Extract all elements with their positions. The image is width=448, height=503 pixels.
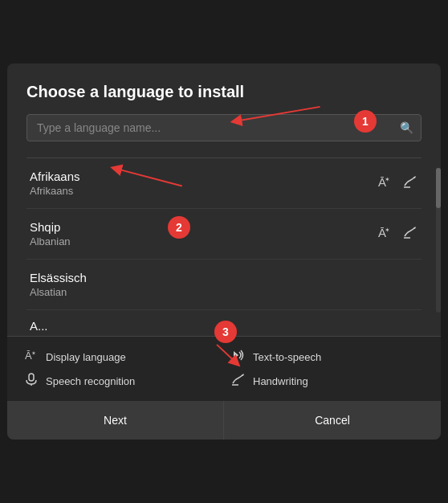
language-name: Afrikaans <box>30 170 80 183</box>
annotation-circle-2: 2 <box>168 216 190 239</box>
display-language-icon: Ā ✶ <box>23 348 39 366</box>
svg-rect-12 <box>29 374 34 381</box>
scrollbar-track[interactable] <box>436 168 441 313</box>
feature-speech-recognition-label: Speech recognition <box>46 375 135 387</box>
cancel-button[interactable]: Cancel <box>224 401 441 440</box>
speech-recognition-icon <box>23 372 39 390</box>
scrollbar-thumb[interactable] <box>436 168 441 208</box>
feature-text-to-speech-label: Text-to-speech <box>253 351 321 363</box>
language-list: Afrikaans Afrikaans Ā ✶ <box>26 157 422 336</box>
display-lang-icon: Ā ✶ <box>377 224 393 244</box>
annotation-circle-1: 1 <box>354 110 377 133</box>
language-name: Elsässisch <box>30 271 87 284</box>
language-subname: Alsatian <box>30 286 87 298</box>
feature-display-language-label: Display language <box>46 351 126 363</box>
feature-text-to-speech: Text-to-speech <box>230 348 425 366</box>
features-section: Ā ✶ Display language Text-to-speech <box>7 336 441 401</box>
language-install-dialog: 1 2 3 Choose a language to install 🔍 Afr… <box>7 63 441 440</box>
text-to-speech-icon <box>230 348 246 366</box>
svg-text:✶: ✶ <box>385 176 390 183</box>
search-icon: 🔍 <box>400 121 413 134</box>
language-item-icons: Ā ✶ <box>377 224 418 244</box>
feature-speech-recognition: Speech recognition <box>23 372 218 390</box>
svg-text:✶: ✶ <box>385 227 390 234</box>
dialog-footer: Next Cancel <box>7 401 441 440</box>
svg-text:✶: ✶ <box>31 350 36 356</box>
dialog-title: Choose a language to install <box>26 83 422 101</box>
language-item[interactable]: Afrikaans Afrikaans Ā ✶ <box>26 158 422 209</box>
next-button[interactable]: Next <box>7 401 224 440</box>
annotation-circle-3: 3 <box>214 321 237 343</box>
feature-display-language: Ā ✶ Display language <box>23 348 218 366</box>
language-item[interactable]: Shqip Albanian Ā ✶ <box>26 209 422 260</box>
language-item-info: Shqip Albanian <box>30 220 71 247</box>
display-lang-icon: Ā ✶ <box>377 174 393 194</box>
dialog-body: Choose a language to install 🔍 Afrikaans… <box>7 63 441 336</box>
feature-handwriting-icon <box>230 372 246 390</box>
language-subname: Albanian <box>30 235 71 247</box>
language-item-icons: Ā ✶ <box>377 174 418 194</box>
handwriting-icon <box>402 224 418 244</box>
language-name: Shqip <box>30 220 71 234</box>
partial-language-name: A... <box>30 319 48 333</box>
handwriting-icon <box>402 174 418 194</box>
language-item-info: Afrikaans Afrikaans <box>30 170 80 197</box>
feature-handwriting-label: Handwriting <box>253 375 308 387</box>
svg-marker-11 <box>234 351 238 359</box>
feature-handwriting: Handwriting <box>230 372 425 390</box>
language-subname: Afrikaans <box>30 185 80 197</box>
language-item[interactable]: Elsässisch Alsatian <box>26 260 422 310</box>
language-item-info: Elsässisch Alsatian <box>30 271 87 298</box>
